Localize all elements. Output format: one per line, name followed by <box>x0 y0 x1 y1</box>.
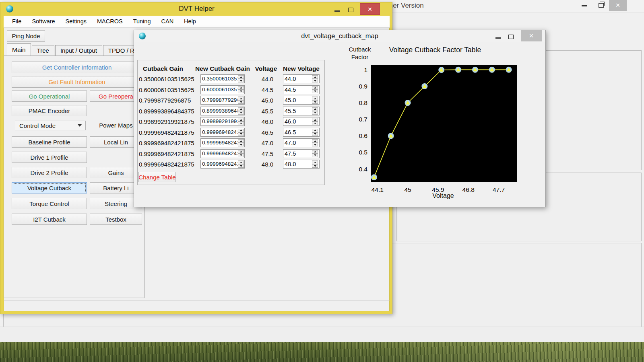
menu-item-tuning[interactable]: Tuning <box>128 16 156 27</box>
new-cutback-gain-row7-decrement-button[interactable] <box>238 154 244 157</box>
new-cutback-gain-row1-value: 0.60000610351 <box>202 86 237 93</box>
map-close-button[interactable]: × <box>521 30 542 41</box>
new-cutback-gain-row3-decrement-button[interactable] <box>238 111 244 115</box>
main-maximize-button[interactable] <box>348 8 353 12</box>
new-cutback-gain-row7-increment-button[interactable] <box>238 150 244 154</box>
new-cutback-gain-row2-decrement-button[interactable] <box>238 100 244 104</box>
torque-control-button[interactable]: Torque Control <box>12 198 87 209</box>
new-cutback-gain-row0-input[interactable]: 0.35000610351 <box>200 74 245 83</box>
new-voltage-row5-increment-button[interactable] <box>312 129 318 132</box>
new-cutback-gain-row1-decrement-button[interactable] <box>238 90 244 93</box>
new-voltage-row8-decrement-button[interactable] <box>312 164 318 168</box>
tab-input-output[interactable]: Input / Output <box>55 45 102 56</box>
new-voltage-row3-increment-button[interactable] <box>312 107 318 111</box>
menu-item-help[interactable]: Help <box>179 16 201 27</box>
map-titlebar[interactable]: dvt_voltage_cutback_map × <box>134 30 545 42</box>
ping-node-button[interactable]: Ping Node <box>7 30 45 42</box>
menu-item-file[interactable]: File <box>7 16 27 27</box>
new-cutback-gain-row8-input[interactable]: 0.99996948242 <box>200 160 245 169</box>
bg-minimize-button[interactable] <box>582 5 587 6</box>
new-cutback-gain-row3-input[interactable]: 0.89999389648 <box>200 107 245 115</box>
menu-item-software[interactable]: Software <box>27 16 60 27</box>
new-voltage-row2-decrement-button[interactable] <box>312 100 318 104</box>
new-voltage-row0-input[interactable]: 44.0 <box>283 74 320 83</box>
menu-item-can[interactable]: CAN <box>156 16 179 27</box>
tab-tree[interactable]: Tree <box>32 45 54 56</box>
main-titlebar[interactable]: DVT Helper × <box>0 2 393 16</box>
axis-tick-label: 0.8 <box>359 99 367 106</box>
new-voltage-row4-increment-button[interactable] <box>312 118 318 121</box>
new-cutback-gain-row4-increment-button[interactable] <box>238 118 244 121</box>
new-cutback-gain-row4-decrement-button[interactable] <box>238 121 244 125</box>
tab-main[interactable]: Main <box>7 43 31 56</box>
new-cutback-gain-row4-input[interactable]: 0.99899291992 <box>200 117 245 126</box>
new-cutback-gain-row6-decrement-button[interactable] <box>238 143 244 146</box>
cutback-gain-value: 0.899993896484375 <box>139 108 187 115</box>
triangle-down-icon <box>240 80 242 82</box>
drive-1-profile-button[interactable]: Drive 1 Profile <box>12 152 87 163</box>
drive-2-profile-button[interactable]: Drive 2 Profile <box>12 167 87 178</box>
triangle-up-icon <box>314 76 316 78</box>
triangle-up-icon <box>314 140 316 142</box>
bg-close-button[interactable]: × <box>609 0 627 11</box>
new-cutback-gain-row6-input[interactable]: 0.99996948242 <box>200 138 245 147</box>
new-cutback-gain-row5-decrement-button[interactable] <box>238 132 244 136</box>
change-table-button[interactable]: Change Table <box>138 172 176 182</box>
go-operational-button[interactable]: Go Operational <box>12 90 87 102</box>
new-voltage-row1-decrement-button[interactable] <box>312 90 318 93</box>
bg-restore-button[interactable] <box>599 3 604 8</box>
get-fault-information-button[interactable]: Get Fault Information <box>12 76 142 88</box>
new-voltage-row2-input[interactable]: 45.0 <box>283 96 320 105</box>
new-voltage-row3-decrement-button[interactable] <box>312 111 318 115</box>
menu-item-macros[interactable]: MACROS <box>92 16 128 27</box>
map-maximize-button[interactable] <box>508 35 514 39</box>
new-voltage-row4-input[interactable]: 46.0 <box>283 117 320 126</box>
menu-bar: FileSoftwareSettingsMACROSTuningCANHelp <box>4 16 390 28</box>
voltage-cutback-button[interactable]: Voltage Cutback <box>12 182 87 193</box>
get-controller-information-button[interactable]: Get Controller Information <box>12 62 142 73</box>
new-cutback-gain-row7-input[interactable]: 0.99996948242 <box>200 149 245 158</box>
new-voltage-row1-increment-button[interactable] <box>312 86 318 90</box>
i2t-cutback-button[interactable]: I2T Cutback <box>12 214 87 225</box>
new-voltage-row3-input[interactable]: 45.5 <box>283 107 320 115</box>
new-cutback-gain-row4-value: 0.99899291992 <box>202 118 237 124</box>
triangle-down-icon <box>240 165 242 167</box>
control-mode-dropdown[interactable]: Control Mode <box>15 121 86 130</box>
menu-item-settings[interactable]: Settings <box>60 16 92 27</box>
new-voltage-row8-increment-button[interactable] <box>312 160 318 164</box>
new-cutback-gain-row2-input[interactable]: 0.79998779296 <box>200 96 245 105</box>
new-voltage-row0-increment-button[interactable] <box>312 75 318 79</box>
new-voltage-row7-decrement-button[interactable] <box>312 154 318 157</box>
cutback-gain-value: 0.999969482421875 <box>139 161 187 168</box>
new-cutback-gain-row5-increment-button[interactable] <box>238 129 244 132</box>
pmac-encoder-button[interactable]: PMAC Encoder <box>12 105 87 116</box>
main-close-button[interactable]: × <box>360 3 380 15</box>
new-cutback-gain-row3-value: 0.89999389648 <box>202 108 237 114</box>
new-voltage-row7-increment-button[interactable] <box>312 150 318 154</box>
new-voltage-row2-increment-button[interactable] <box>312 97 318 100</box>
new-voltage-row1-input[interactable]: 44.5 <box>283 85 320 94</box>
main-minimize-button[interactable] <box>334 10 340 12</box>
new-cutback-gain-row2-increment-button[interactable] <box>238 97 244 100</box>
new-voltage-row5-decrement-button[interactable] <box>312 132 318 136</box>
new-cutback-gain-row8-decrement-button[interactable] <box>238 164 244 168</box>
new-voltage-row8-input[interactable]: 48.0 <box>283 160 320 169</box>
new-cutback-gain-row8-increment-button[interactable] <box>238 160 244 164</box>
new-voltage-row6-increment-button[interactable] <box>312 139 318 143</box>
new-voltage-row6-decrement-button[interactable] <box>312 143 318 146</box>
baseline-profile-button[interactable]: Baseline Profile <box>12 136 87 148</box>
new-voltage-row7-input[interactable]: 47.5 <box>283 149 320 158</box>
new-cutback-gain-row6-increment-button[interactable] <box>238 139 244 143</box>
new-cutback-gain-row3-increment-button[interactable] <box>238 107 244 111</box>
new-cutback-gain-row1-increment-button[interactable] <box>238 86 244 90</box>
new-voltage-row4-decrement-button[interactable] <box>312 121 318 125</box>
map-minimize-button[interactable] <box>495 37 501 39</box>
new-voltage-row6-input[interactable]: 47.0 <box>283 138 320 147</box>
new-cutback-gain-row1-input[interactable]: 0.60000610351 <box>200 85 245 94</box>
new-voltage-row0-decrement-button[interactable] <box>312 79 318 82</box>
testbox-button[interactable]: Testbox <box>90 214 142 225</box>
new-cutback-gain-row0-increment-button[interactable] <box>238 75 244 79</box>
new-cutback-gain-row5-input[interactable]: 0.99996948242 <box>200 128 245 137</box>
new-cutback-gain-row0-decrement-button[interactable] <box>238 79 244 82</box>
new-voltage-row5-input[interactable]: 46.5 <box>283 128 320 137</box>
